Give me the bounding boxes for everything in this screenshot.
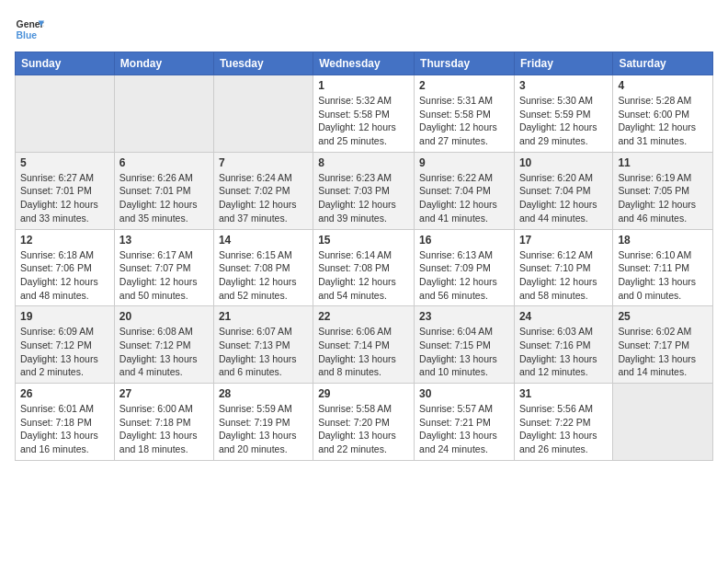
calendar-cell: 11Sunrise: 6:19 AM Sunset: 7:05 PM Dayli… bbox=[613, 152, 713, 229]
day-number: 29 bbox=[318, 387, 409, 400]
calendar-cell: 24Sunrise: 6:03 AM Sunset: 7:16 PM Dayli… bbox=[514, 306, 612, 384]
day-info: Sunrise: 6:06 AM Sunset: 7:14 PM Dayligh… bbox=[318, 325, 409, 379]
calendar-cell bbox=[114, 75, 213, 153]
day-info: Sunrise: 6:18 AM Sunset: 7:06 PM Dayligh… bbox=[20, 248, 109, 303]
col-header-friday: Friday bbox=[514, 52, 612, 75]
day-number: 23 bbox=[419, 310, 509, 323]
col-header-tuesday: Tuesday bbox=[213, 52, 313, 75]
day-info: Sunrise: 6:14 AM Sunset: 7:08 PM Dayligh… bbox=[318, 248, 409, 303]
col-header-monday: Monday bbox=[114, 52, 213, 75]
day-number: 18 bbox=[618, 234, 708, 247]
day-number: 21 bbox=[219, 310, 308, 323]
calendar-cell: 17Sunrise: 6:12 AM Sunset: 7:10 PM Dayli… bbox=[514, 229, 612, 306]
day-info: Sunrise: 5:57 AM Sunset: 7:21 PM Dayligh… bbox=[419, 402, 509, 456]
day-info: Sunrise: 6:04 AM Sunset: 7:15 PM Dayligh… bbox=[419, 325, 509, 379]
calendar-cell: 25Sunrise: 6:02 AM Sunset: 7:17 PM Dayli… bbox=[613, 306, 713, 384]
calendar-cell: 6Sunrise: 6:26 AM Sunset: 7:01 PM Daylig… bbox=[114, 152, 213, 229]
day-number: 2 bbox=[419, 79, 509, 92]
day-info: Sunrise: 6:00 AM Sunset: 7:18 PM Dayligh… bbox=[119, 402, 209, 456]
day-number: 31 bbox=[519, 387, 608, 400]
day-number: 1 bbox=[318, 79, 409, 92]
day-info: Sunrise: 6:27 AM Sunset: 7:01 PM Dayligh… bbox=[20, 171, 109, 225]
day-info: Sunrise: 5:32 AM Sunset: 5:58 PM Dayligh… bbox=[318, 94, 409, 148]
day-info: Sunrise: 6:02 AM Sunset: 7:17 PM Dayligh… bbox=[618, 325, 708, 379]
col-header-sunday: Sunday bbox=[16, 52, 115, 75]
day-info: Sunrise: 6:12 AM Sunset: 7:10 PM Dayligh… bbox=[519, 248, 608, 303]
calendar-cell: 12Sunrise: 6:18 AM Sunset: 7:06 PM Dayli… bbox=[16, 229, 115, 306]
calendar-cell: 10Sunrise: 6:20 AM Sunset: 7:04 PM Dayli… bbox=[514, 152, 612, 229]
day-number: 9 bbox=[419, 156, 509, 169]
day-number: 19 bbox=[20, 310, 109, 323]
calendar-cell: 15Sunrise: 6:14 AM Sunset: 7:08 PM Dayli… bbox=[313, 229, 415, 306]
calendar-cell: 30Sunrise: 5:57 AM Sunset: 7:21 PM Dayli… bbox=[415, 384, 515, 461]
day-number: 26 bbox=[20, 387, 109, 400]
day-info: Sunrise: 6:22 AM Sunset: 7:04 PM Dayligh… bbox=[419, 171, 509, 225]
calendar-cell: 20Sunrise: 6:08 AM Sunset: 7:12 PM Dayli… bbox=[114, 306, 213, 384]
page-header: General Blue bbox=[15, 15, 713, 44]
calendar-cell: 18Sunrise: 6:10 AM Sunset: 7:11 PM Dayli… bbox=[613, 229, 713, 306]
day-number: 13 bbox=[119, 234, 209, 247]
calendar-cell: 21Sunrise: 6:07 AM Sunset: 7:13 PM Dayli… bbox=[213, 306, 313, 384]
calendar-cell: 9Sunrise: 6:22 AM Sunset: 7:04 PM Daylig… bbox=[415, 152, 515, 229]
day-info: Sunrise: 6:07 AM Sunset: 7:13 PM Dayligh… bbox=[219, 325, 308, 379]
day-number: 5 bbox=[20, 156, 109, 169]
col-header-wednesday: Wednesday bbox=[313, 52, 415, 75]
calendar-cell: 3Sunrise: 5:30 AM Sunset: 5:59 PM Daylig… bbox=[514, 75, 612, 153]
day-number: 4 bbox=[618, 79, 708, 92]
calendar-cell: 31Sunrise: 5:56 AM Sunset: 7:22 PM Dayli… bbox=[514, 384, 612, 461]
day-info: Sunrise: 5:59 AM Sunset: 7:19 PM Dayligh… bbox=[219, 402, 308, 456]
day-number: 14 bbox=[219, 234, 308, 247]
calendar-table: SundayMondayTuesdayWednesdayThursdayFrid… bbox=[15, 52, 713, 461]
calendar-cell bbox=[613, 384, 713, 461]
day-number: 27 bbox=[119, 387, 209, 400]
day-number: 3 bbox=[519, 79, 608, 92]
day-info: Sunrise: 5:56 AM Sunset: 7:22 PM Dayligh… bbox=[519, 402, 608, 456]
calendar-cell: 23Sunrise: 6:04 AM Sunset: 7:15 PM Dayli… bbox=[415, 306, 515, 384]
day-info: Sunrise: 6:20 AM Sunset: 7:04 PM Dayligh… bbox=[519, 171, 608, 225]
day-number: 7 bbox=[219, 156, 308, 169]
day-info: Sunrise: 6:10 AM Sunset: 7:11 PM Dayligh… bbox=[618, 248, 708, 303]
calendar-cell: 28Sunrise: 5:59 AM Sunset: 7:19 PM Dayli… bbox=[213, 384, 313, 461]
col-header-saturday: Saturday bbox=[613, 52, 713, 75]
day-number: 20 bbox=[119, 310, 209, 323]
day-number: 15 bbox=[318, 234, 409, 247]
day-number: 10 bbox=[519, 156, 608, 169]
calendar-cell: 7Sunrise: 6:24 AM Sunset: 7:02 PM Daylig… bbox=[213, 152, 313, 229]
calendar-cell: 19Sunrise: 6:09 AM Sunset: 7:12 PM Dayli… bbox=[16, 306, 115, 384]
day-number: 12 bbox=[20, 234, 109, 247]
day-info: Sunrise: 5:30 AM Sunset: 5:59 PM Dayligh… bbox=[519, 94, 608, 148]
day-number: 6 bbox=[119, 156, 209, 169]
calendar-cell: 8Sunrise: 6:23 AM Sunset: 7:03 PM Daylig… bbox=[313, 152, 415, 229]
day-info: Sunrise: 6:03 AM Sunset: 7:16 PM Dayligh… bbox=[519, 325, 608, 379]
day-info: Sunrise: 6:15 AM Sunset: 7:08 PM Dayligh… bbox=[219, 248, 308, 303]
day-info: Sunrise: 6:19 AM Sunset: 7:05 PM Dayligh… bbox=[618, 171, 708, 225]
calendar-cell: 2Sunrise: 5:31 AM Sunset: 5:58 PM Daylig… bbox=[415, 75, 515, 153]
day-number: 30 bbox=[419, 387, 509, 400]
day-info: Sunrise: 6:13 AM Sunset: 7:09 PM Dayligh… bbox=[419, 248, 509, 303]
day-info: Sunrise: 6:26 AM Sunset: 7:01 PM Dayligh… bbox=[119, 171, 209, 225]
logo: General Blue bbox=[15, 15, 44, 44]
calendar-cell: 14Sunrise: 6:15 AM Sunset: 7:08 PM Dayli… bbox=[213, 229, 313, 306]
calendar-cell: 16Sunrise: 6:13 AM Sunset: 7:09 PM Dayli… bbox=[415, 229, 515, 306]
day-info: Sunrise: 6:23 AM Sunset: 7:03 PM Dayligh… bbox=[318, 171, 409, 225]
day-info: Sunrise: 5:58 AM Sunset: 7:20 PM Dayligh… bbox=[318, 402, 409, 456]
calendar-cell: 4Sunrise: 5:28 AM Sunset: 6:00 PM Daylig… bbox=[613, 75, 713, 153]
calendar-cell: 1Sunrise: 5:32 AM Sunset: 5:58 PM Daylig… bbox=[313, 75, 415, 153]
day-info: Sunrise: 6:08 AM Sunset: 7:12 PM Dayligh… bbox=[119, 325, 209, 379]
day-info: Sunrise: 5:31 AM Sunset: 5:58 PM Dayligh… bbox=[419, 94, 509, 148]
col-header-thursday: Thursday bbox=[415, 52, 515, 75]
day-info: Sunrise: 6:24 AM Sunset: 7:02 PM Dayligh… bbox=[219, 171, 308, 225]
svg-text:Blue: Blue bbox=[17, 30, 38, 40]
day-number: 22 bbox=[318, 310, 409, 323]
day-number: 24 bbox=[519, 310, 608, 323]
logo-icon: General Blue bbox=[15, 15, 44, 44]
day-info: Sunrise: 5:28 AM Sunset: 6:00 PM Dayligh… bbox=[618, 94, 708, 148]
day-number: 17 bbox=[519, 234, 608, 247]
calendar-cell bbox=[16, 75, 115, 153]
day-number: 11 bbox=[618, 156, 708, 169]
day-number: 25 bbox=[618, 310, 708, 323]
day-info: Sunrise: 6:17 AM Sunset: 7:07 PM Dayligh… bbox=[119, 248, 209, 303]
calendar-cell bbox=[213, 75, 313, 153]
calendar-cell: 5Sunrise: 6:27 AM Sunset: 7:01 PM Daylig… bbox=[16, 152, 115, 229]
day-number: 28 bbox=[219, 387, 308, 400]
